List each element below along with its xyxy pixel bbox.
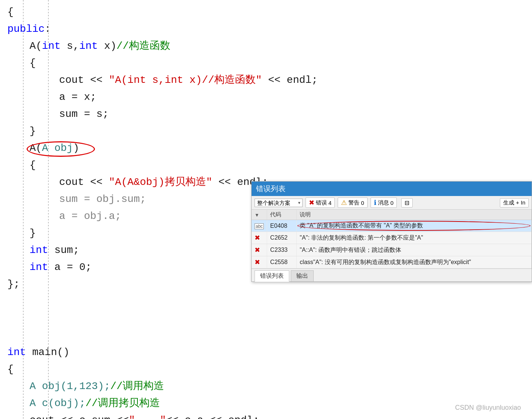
error-row-1[interactable]: abc E0408 类 "A" 的复制构造函数不能带有 "A" 类型的参数 [252, 220, 532, 232]
error-x-icon-2: ✖ [255, 234, 260, 241]
code-line-1: { [0, 4, 532, 21]
error-code-4: C2558 [267, 256, 297, 268]
error-row-3[interactable]: ✖ C2333 "A::A": 函数声明中有错误；跳过函数体 [252, 244, 532, 256]
code-line-8: } [0, 123, 532, 140]
code-line-2: public: [0, 21, 532, 38]
indent-guide-2 [48, 0, 49, 419]
error-table: ▼ 代码 说明 abc E0408 类 "A" 的复制构造函数不能带有 "A" … [252, 210, 532, 268]
code-line-5: cout << "A(int s,int x)//构造函数" << endl; [0, 72, 532, 89]
error-x-icon-3: ✖ [255, 246, 260, 254]
error-oval-highlight [297, 221, 531, 231]
error-desc-4: class"A": 没有可用的复制构造函数或复制构造函数声明为"explicit… [297, 256, 532, 268]
scope-dropdown-wrapper[interactable]: 整个解决方案 当前文件 [255, 199, 303, 207]
error-toolbar: 整个解决方案 当前文件 ✖ 错误 4 ⚠ 警告 0 ℹ 消息 0 ⊟ [252, 196, 532, 210]
tab-error-list[interactable]: 错误列表 [255, 270, 289, 282]
error-x-icon-4: ✖ [255, 259, 260, 266]
col-header-icon: ▼ [252, 210, 267, 220]
warning-count-button[interactable]: ⚠ 警告 0 [338, 197, 367, 208]
warning-icon: ⚠ [341, 199, 347, 207]
code-line-19: int main() [0, 344, 532, 361]
code-line-22: A c(obj);//调用拷贝构造 [0, 395, 532, 412]
error-icon-cell-2: ✖ [252, 232, 267, 244]
code-line-6: a = x; [0, 89, 532, 106]
watermark: CSDN @liuyunluoxiao [455, 404, 521, 412]
build-button[interactable]: 生成 + In [500, 198, 529, 207]
error-row-4[interactable]: ✖ C2558 class"A": 没有可用的复制构造函数或复制构造函数声明为"… [252, 256, 532, 268]
bottom-tabs: 错误列表 输出 [252, 268, 532, 281]
info-count-button[interactable]: ℹ 消息 0 [371, 197, 397, 208]
indent-guide-1 [23, 0, 24, 419]
scope-dropdown[interactable]: 整个解决方案 当前文件 [255, 199, 303, 207]
filter-icon: ⊟ [405, 199, 409, 206]
error-code-3: C2333 [267, 244, 297, 256]
filter-button[interactable]: ⊟ [401, 198, 413, 207]
error-panel-header: 错误列表 [252, 182, 532, 196]
sort-icon: ▼ [255, 212, 259, 218]
error-row-2[interactable]: ✖ C2652 "A": 非法的复制构造函数: 第一个参数不应是"A" [252, 232, 532, 244]
error-icon: ✖ [309, 199, 314, 207]
code-line-3: A(int s,int x)//构造函数 [0, 38, 532, 55]
tab-output[interactable]: 输出 [291, 270, 314, 281]
error-code-2: C2652 [267, 232, 297, 244]
error-desc-1: 类 "A" 的复制构造函数不能带有 "A" 类型的参数 [297, 220, 532, 232]
info-icon: ℹ [374, 199, 376, 207]
col-header-code: 代码 [267, 210, 297, 220]
error-desc-2: "A": 非法的复制构造函数: 第一个参数不应是"A" [297, 232, 532, 244]
error-desc-3: "A::A": 函数声明中有错误；跳过函数体 [297, 244, 532, 256]
error-icon-cell-3: ✖ [252, 244, 267, 256]
error-icon-cell-1: abc [252, 220, 267, 232]
error-code-1: E0408 [267, 220, 297, 232]
error-count-button[interactable]: ✖ 错误 4 [306, 197, 335, 208]
code-line-21: A obj(1,123);//调用构造 [0, 378, 532, 395]
error-panel: 错误列表 整个解决方案 当前文件 ✖ 错误 4 ⚠ 警告 0 ℹ [251, 181, 532, 282]
code-line-10: { [0, 157, 532, 174]
code-line-9: A(A obj) [0, 140, 532, 157]
col-header-description: 说明 [297, 210, 532, 220]
code-line-4: { [0, 55, 532, 72]
code-line-23: cout << c.sum <<" "<< c.a << endl; [0, 412, 532, 419]
code-line-7: sum = s; [0, 106, 532, 123]
code-editor: { public: A(int s,int x)//构造函数 { cout <<… [0, 0, 532, 419]
abc-icon: abc [255, 223, 264, 229]
code-line-18 [0, 293, 532, 344]
code-line-20: { [0, 361, 532, 378]
error-icon-cell-4: ✖ [252, 256, 267, 268]
